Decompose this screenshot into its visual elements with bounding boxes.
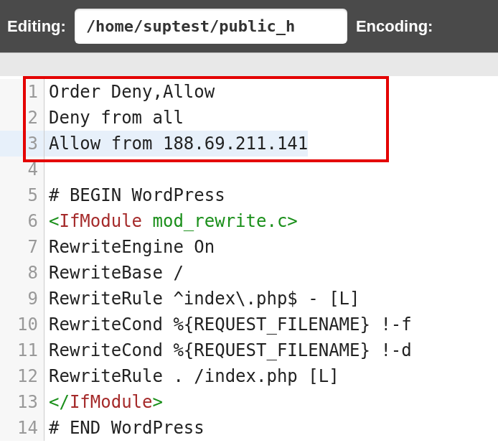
code-line[interactable]: 4 xyxy=(0,157,498,182)
line-number: 4 xyxy=(0,157,44,182)
code-content[interactable]: Allow from 188.69.211.141 xyxy=(44,131,308,157)
code-content[interactable]: </IfModule> xyxy=(44,389,163,415)
code-line[interactable]: 10RewriteCond %{REQUEST_FILENAME} !-f xyxy=(0,312,498,337)
code-line[interactable]: 9RewriteRule ^index\.php$ - [L] xyxy=(0,286,498,312)
line-number: 2 xyxy=(0,105,44,131)
code-content[interactable]: RewriteEngine On xyxy=(44,234,215,260)
code-line[interactable]: 11RewriteCond %{REQUEST_FILENAME} !-d xyxy=(0,337,498,363)
code-editor[interactable]: 1Order Deny,Allow2Deny from all3Allow fr… xyxy=(0,76,498,441)
line-number: 1 xyxy=(0,79,44,105)
line-number: 8 xyxy=(0,260,44,286)
code-line[interactable]: 13</IfModule> xyxy=(0,389,498,415)
line-number: 5 xyxy=(0,182,44,208)
code-content[interactable]: RewriteCond %{REQUEST_FILENAME} !-d xyxy=(44,337,412,363)
code-line[interactable]: 1Order Deny,Allow xyxy=(0,79,498,105)
code-line[interactable]: 5# BEGIN WordPress xyxy=(0,182,498,208)
code-content[interactable]: Deny from all xyxy=(44,105,184,131)
code-line[interactable]: 3Allow from 188.69.211.141 xyxy=(0,131,498,157)
code-line[interactable]: 8RewriteBase / xyxy=(0,260,498,286)
code-line[interactable]: 6<IfModule mod_rewrite.c> xyxy=(0,208,498,234)
code-line[interactable]: 2Deny from all xyxy=(0,105,498,131)
editor-top-spacer xyxy=(0,53,498,76)
file-path-input[interactable] xyxy=(75,9,347,44)
line-number: 12 xyxy=(0,363,44,389)
code-content[interactable]: RewriteRule . /index.php [L] xyxy=(44,363,339,389)
code-line[interactable]: 12RewriteRule . /index.php [L] xyxy=(0,363,498,389)
code-content[interactable]: # BEGIN WordPress xyxy=(44,182,225,208)
editing-label: Editing: xyxy=(7,17,66,36)
line-number: 7 xyxy=(0,234,44,260)
code-content[interactable]: RewriteBase / xyxy=(44,260,184,286)
line-number: 14 xyxy=(0,415,44,441)
line-number: 6 xyxy=(0,208,44,234)
code-content[interactable]: RewriteCond %{REQUEST_FILENAME} !-f xyxy=(44,312,412,337)
code-content[interactable]: <IfModule mod_rewrite.c> xyxy=(44,208,298,234)
code-content[interactable]: Order Deny,Allow xyxy=(44,79,215,105)
editor-container: 1Order Deny,Allow2Deny from all3Allow fr… xyxy=(0,52,498,441)
editor-toolbar: Editing: Encoding: xyxy=(0,0,498,52)
line-number: 13 xyxy=(0,389,44,415)
code-content[interactable]: RewriteRule ^index\.php$ - [L] xyxy=(44,286,360,312)
line-number: 11 xyxy=(0,337,44,363)
code-line[interactable]: 14# END WordPress xyxy=(0,415,498,441)
line-number: 3 xyxy=(0,131,44,157)
line-number: 9 xyxy=(0,286,44,312)
encoding-label: Encoding: xyxy=(356,17,433,36)
code-content[interactable] xyxy=(44,157,49,182)
line-number: 10 xyxy=(0,312,44,337)
code-line[interactable]: 7RewriteEngine On xyxy=(0,234,498,260)
code-content[interactable]: # END WordPress xyxy=(44,415,205,441)
